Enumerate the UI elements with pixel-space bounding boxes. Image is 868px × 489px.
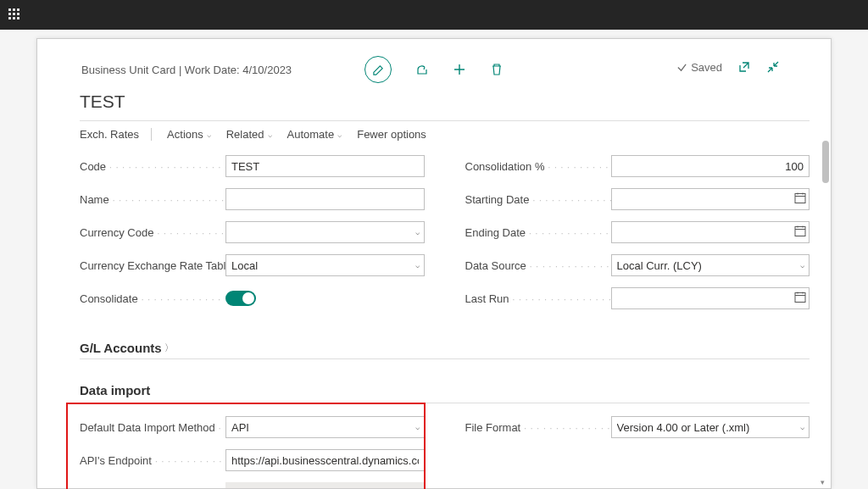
collapse-icon[interactable] [766,60,780,74]
name-input[interactable] [225,188,425,210]
starting-date-input[interactable] [611,188,810,210]
file-format-label: File Format [465,421,521,434]
currency-code-input[interactable] [225,221,425,243]
currency-code-label: Currency Code [80,226,153,239]
page-title: TEST [80,92,810,112]
edit-button[interactable] [364,56,392,83]
ending-date-label: Ending Date [465,226,526,239]
api-endpoint-input[interactable] [225,449,425,471]
data-source-input[interactable] [611,254,810,276]
last-run-input[interactable] [611,287,810,309]
svg-rect-4 [13,13,15,15]
svg-rect-5 [17,13,19,15]
delete-icon[interactable] [490,63,504,76]
code-input[interactable] [225,155,425,177]
svg-rect-7 [13,17,15,19]
data-source-label: Data Source [465,259,526,272]
consolidate-toggle[interactable] [225,291,256,306]
last-run-label: Last Run [465,292,509,305]
actions-menu[interactable]: Actions⌵ [167,128,211,141]
exch-rates-action[interactable]: Exch. Rates [80,128,152,141]
fewer-options[interactable]: Fewer options [357,128,426,141]
share-icon[interactable] [415,63,429,76]
svg-rect-6 [8,17,11,19]
scroll-down-icon[interactable]: ▾ [821,478,829,486]
file-format-input[interactable] [611,416,810,438]
import-method-input[interactable] [225,416,425,438]
new-icon[interactable] [453,63,466,76]
action-toolbar: Exch. Rates Actions⌵ Related⌵ Automate⌵ … [80,121,810,149]
waffle-icon[interactable] [8,8,19,22]
svg-rect-8 [17,17,19,19]
svg-rect-3 [8,13,11,15]
ending-date-input[interactable] [611,221,810,243]
consolidate-label: Consolidate [80,292,138,305]
automate-menu[interactable]: Automate⌵ [287,128,342,141]
import-method-label: Default Data Import Method [80,421,215,434]
consolidation-pct-label: Consolidation % [465,160,545,173]
related-menu[interactable]: Related⌵ [226,128,272,141]
starting-date-label: Starting Date [465,193,530,206]
data-import-section: Data import [80,383,810,397]
popout-icon[interactable] [737,60,751,74]
gl-accounts-section[interactable]: G/L Accounts〉 [80,341,810,355]
ext-company-input[interactable] [225,482,425,488]
name-label: Name [80,193,109,206]
breadcrumb: Business Unit Card | Work Date: 4/10/202… [81,64,292,76]
scrollbar-thumb[interactable] [822,141,829,183]
consolidation-pct-input[interactable] [611,155,810,177]
code-label: Code [80,160,106,173]
api-endpoint-label: API's Endpoint [80,454,152,467]
ext-company-label: External Company Name [80,487,203,489]
svg-rect-1 [13,8,15,11]
svg-rect-0 [8,8,11,11]
currency-rate-table-label: Currency Exchange Rate Table [80,259,225,272]
currency-rate-table-input[interactable] [225,254,425,276]
saved-indicator: Saved [676,61,722,74]
svg-rect-2 [17,8,19,11]
